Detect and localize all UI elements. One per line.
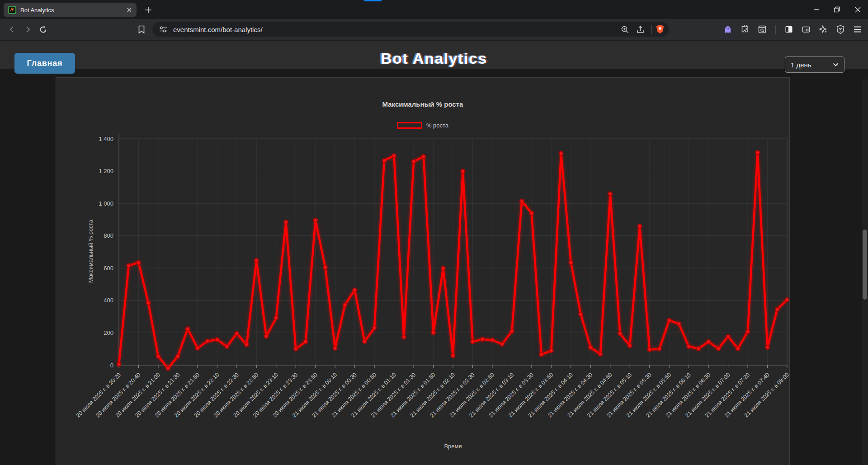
- data-point: [451, 354, 455, 358]
- chart-legend[interactable]: % роста: [56, 122, 789, 129]
- new-tab-icon[interactable]: [142, 4, 155, 16]
- data-point: [785, 298, 789, 302]
- data-point: [471, 340, 475, 344]
- browser-tab[interactable]: Bot Analytics: [4, 3, 137, 17]
- site-settings-icon[interactable]: [159, 26, 168, 33]
- y-tick-label: 0: [110, 362, 113, 369]
- scrollbar-thumb[interactable]: [863, 230, 867, 300]
- data-point: [529, 211, 533, 215]
- back-icon[interactable]: [5, 22, 20, 37]
- legend-swatch: [397, 122, 422, 129]
- data-point: [707, 340, 711, 344]
- data-point: [333, 346, 337, 350]
- reload-icon[interactable]: [35, 22, 51, 37]
- data-point: [441, 266, 445, 270]
- data-point: [618, 332, 622, 336]
- restore-icon[interactable]: [826, 0, 847, 19]
- data-point: [156, 354, 160, 358]
- data-point: [755, 150, 760, 155]
- urlbar-divider: [651, 25, 652, 34]
- data-point: [353, 288, 357, 292]
- data-point: [195, 346, 199, 350]
- chevron-down-icon: [833, 63, 839, 67]
- legend-label: % роста: [426, 122, 448, 129]
- bookmark-icon[interactable]: [134, 22, 149, 37]
- data-point: [461, 169, 465, 173]
- zoom-page-icon[interactable]: [617, 22, 632, 37]
- page-title: Bot Analytics: [0, 50, 868, 67]
- forward-icon[interactable]: [20, 22, 35, 37]
- page-scrollbar[interactable]: [862, 80, 868, 465]
- data-point: [245, 343, 249, 347]
- chart-title: Максимальный % роста: [56, 100, 789, 108]
- data-point: [490, 338, 494, 342]
- sidebar-icon[interactable]: [781, 22, 797, 37]
- x-axis-title: Время: [119, 443, 787, 450]
- data-point: [569, 260, 573, 264]
- y-tick-label: 1 000: [99, 200, 113, 207]
- data-point: [215, 338, 219, 342]
- tab-close-icon[interactable]: [127, 7, 132, 13]
- data-point: [716, 347, 720, 351]
- browser-titlebar: Bot Analytics: [0, 0, 868, 19]
- data-point: [500, 342, 504, 346]
- data-point: [539, 352, 543, 357]
- browser-toolbar: eventsmint.com/bot-analytics/: [0, 19, 868, 40]
- data-point: [589, 345, 593, 349]
- close-window-icon[interactable]: [847, 0, 868, 19]
- data-point: [117, 362, 121, 366]
- data-point: [746, 329, 750, 333]
- data-point: [225, 344, 229, 348]
- search-tabs-icon[interactable]: [755, 22, 770, 37]
- data-point: [235, 331, 239, 335]
- data-point: [687, 344, 691, 348]
- data-point: [284, 220, 288, 224]
- data-point: [412, 160, 416, 164]
- data-point: [304, 340, 308, 344]
- y-tick-label: 1 200: [99, 168, 113, 174]
- data-point: [137, 260, 141, 264]
- toolbar-divider: [775, 25, 776, 34]
- data-point: [323, 265, 327, 269]
- ghost-extension-icon[interactable]: [720, 22, 736, 37]
- data-point: [127, 263, 131, 268]
- y-tick-label: 1 400: [99, 136, 113, 142]
- data-point: [549, 348, 553, 352]
- y-tick-label: 800: [104, 232, 113, 239]
- url-text[interactable]: eventsmint.com/bot-analytics/: [173, 26, 617, 33]
- data-point: [608, 192, 612, 196]
- minimize-icon[interactable]: [806, 0, 826, 19]
- data-point: [628, 344, 632, 348]
- data-point: [677, 322, 681, 326]
- vpn-shield-icon[interactable]: [833, 22, 848, 37]
- data-point: [510, 329, 514, 333]
- url-bar[interactable]: eventsmint.com/bot-analytics/: [152, 22, 669, 37]
- extensions-puzzle-icon[interactable]: [737, 22, 753, 37]
- data-point: [667, 318, 671, 322]
- brave-shield-icon[interactable]: [656, 24, 665, 34]
- data-point: [373, 326, 377, 330]
- wallet-icon[interactable]: [798, 22, 814, 37]
- data-point: [421, 155, 425, 159]
- period-dropdown[interactable]: 1 день: [785, 56, 844, 73]
- data-point: [313, 218, 317, 222]
- data-point: [186, 327, 190, 331]
- menu-hamburger-icon[interactable]: [850, 22, 865, 37]
- data-point: [392, 154, 396, 158]
- data-point: [599, 352, 603, 356]
- data-point: [264, 334, 269, 338]
- data-point: [382, 159, 386, 163]
- page-content: Главная Bot Analytics 1 день Максимальны…: [0, 40, 868, 465]
- leo-ai-sparkle-icon[interactable]: [816, 22, 831, 37]
- data-point: [343, 303, 347, 307]
- y-tick-label: 400: [104, 297, 113, 304]
- data-point: [638, 224, 642, 228]
- tab-title: Bot Analytics: [20, 7, 123, 14]
- share-icon[interactable]: [632, 22, 648, 37]
- data-point: [559, 151, 563, 155]
- data-point: [520, 199, 524, 203]
- data-point: [726, 334, 730, 338]
- data-point: [697, 347, 701, 351]
- data-point: [579, 312, 583, 316]
- data-point: [402, 335, 406, 339]
